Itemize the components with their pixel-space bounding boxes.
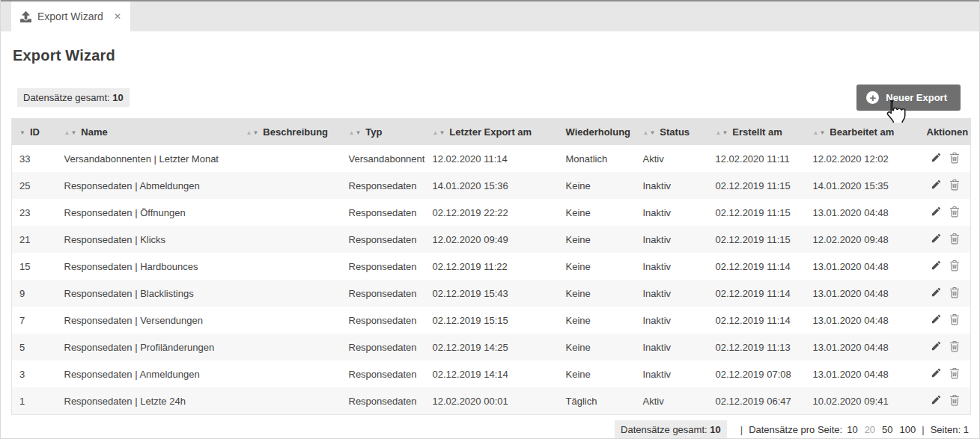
cell-id: 3 [12,360,57,387]
cell-id: 23 [12,199,57,226]
cell-erstellt_am: 02.12.2019 11:15 [708,199,806,226]
cell-letzter_export_am: 02.12.2019 14:25 [425,334,559,360]
cell-wiederholung: Keine [559,253,636,280]
column-header-letzter_export_am[interactable]: ▲▼Letzter Export am [425,118,559,145]
cell-id: 7 [12,307,57,334]
table-row: 21Responsedaten | KlicksResponsedaten12.… [12,226,971,253]
delete-icon[interactable] [949,340,960,354]
cell-beschreibung [239,226,341,253]
column-header-beschreibung[interactable]: ▲▼Beschreibung [239,118,341,145]
column-label: Wiederholung [566,126,631,138]
cell-erstellt_am: 02.12.2019 11:14 [708,307,806,334]
column-label: Typ [365,126,382,138]
table-row: 1Responsedaten | Letzte 24hResponsedaten… [12,387,971,415]
cell-typ: Responsedaten [341,334,425,360]
delete-icon[interactable] [949,394,960,408]
cell-beschreibung [239,280,341,307]
delete-icon[interactable] [949,152,960,166]
cell-typ: Responsedaten [341,360,425,387]
cell-bearbeitet_am: 13.01.2020 04:48 [806,360,919,387]
column-label: Status [660,126,690,138]
cell-bearbeitet_am: 13.01.2020 04:48 [806,253,919,280]
cell-name: Responsedaten | Profiländerungen [57,334,239,360]
cell-aktionen [919,360,971,387]
edit-icon[interactable] [931,313,942,327]
cell-wiederholung: Täglich [559,387,636,415]
edit-icon[interactable] [931,367,942,381]
column-header-typ[interactable]: ▲▼Typ [341,118,425,145]
per-page-option-20[interactable]: 20 [865,424,875,435]
page-title: Export Wizard [13,46,979,64]
cell-wiederholung: Keine [559,360,636,387]
cell-letzter_export_am: 14.01.2020 15:36 [425,172,559,199]
cell-beschreibung [239,199,341,226]
cell-letzter_export_am: 12.02.2020 09:49 [425,226,559,253]
cell-bearbeitet_am: 12.02.2020 09:48 [806,226,919,253]
cell-name: Responsedaten | Anmeldungen [57,360,239,387]
per-page-option-50[interactable]: 50 [882,424,892,435]
edit-icon[interactable] [931,286,942,300]
cell-bearbeitet_am: 12.02.2020 12:02 [806,145,919,172]
toolbar: Datensätze gesamt: 10 + Neuer Export [17,85,961,111]
cell-status: Inaktiv [636,280,708,307]
cell-erstellt_am: 02.12.2019 06:47 [708,387,806,415]
cell-name: Responsedaten | Hardbounces [57,253,239,280]
cell-typ: Responsedaten [341,307,425,334]
column-header-id[interactable]: ▼ID [12,118,57,145]
cell-aktionen [919,334,971,360]
column-label: Aktionen [927,126,969,138]
delete-icon[interactable] [949,367,960,381]
cell-beschreibung [239,387,341,415]
edit-icon[interactable] [931,233,942,246]
cell-id: 1 [12,387,57,415]
edit-icon[interactable] [931,206,942,219]
column-header-bearbeitet_am[interactable]: ▲▼Bearbeitet am [806,118,919,145]
delete-icon[interactable] [949,286,960,301]
edit-icon[interactable] [931,394,942,408]
tab-label: Export Wizard [37,10,103,22]
delete-icon[interactable] [949,206,960,220]
column-header-status[interactable]: ▲▼Status [636,118,708,145]
delete-icon[interactable] [949,233,960,247]
edit-icon[interactable] [931,260,942,273]
cell-status: Inaktiv [636,360,708,387]
cell-bearbeitet_am: 13.01.2020 04:48 [806,334,919,360]
sort-desc-icon: ▼ [70,129,77,136]
table-row: 3Responsedaten | AnmeldungenResponsedate… [12,360,971,387]
table-header-row: ▼ID▲▼Name▲▼Beschreibung▲▼Typ▲▼Letzter Ex… [12,118,971,145]
new-export-label: Neuer Export [886,92,947,103]
cell-status: Inaktiv [636,172,708,199]
cell-beschreibung [239,253,341,280]
cell-erstellt_am: 02.12.2019 11:13 [708,334,806,360]
edit-icon[interactable] [931,152,942,165]
per-page-option-100[interactable]: 100 [900,424,916,435]
cell-id: 33 [12,145,57,172]
column-label: Bearbeitet am [830,126,894,138]
cell-aktionen [919,226,971,253]
edit-icon[interactable] [931,340,942,354]
cell-beschreibung [239,334,341,360]
delete-icon[interactable] [949,179,960,193]
table-row: 7Responsedaten | VersendungenResponsedat… [12,307,971,334]
cell-letzter_export_am: 02.12.2019 14:14 [425,360,559,387]
exports-table: ▼ID▲▼Name▲▼Beschreibung▲▼Typ▲▼Letzter Ex… [11,118,971,415]
new-export-button[interactable]: + Neuer Export [856,85,961,111]
cell-erstellt_am: 02.12.2019 11:14 [708,253,806,280]
column-header-name[interactable]: ▲▼Name [57,118,239,145]
column-header-erstellt_am[interactable]: ▲▼Erstellt am [708,118,806,145]
per-page-label: Datensätze pro Seite: [749,424,842,435]
cell-aktionen [919,199,971,226]
table-row: 15Responsedaten | HardbouncesResponsedat… [12,253,971,280]
cell-aktionen [919,172,971,199]
tab-close-icon[interactable]: ✕ [114,12,121,21]
sort-desc-icon: ▼ [439,129,445,136]
cell-id: 15 [12,253,57,280]
tab-export-wizard[interactable]: Export Wizard ✕ [11,1,130,31]
per-page-option-10[interactable]: 10 [847,424,857,435]
cell-status: Aktiv [636,387,708,415]
delete-icon[interactable] [949,260,960,274]
cell-wiederholung: Keine [559,199,636,226]
edit-icon[interactable] [931,179,942,192]
delete-icon[interactable] [949,313,960,328]
cell-aktionen [919,145,971,172]
